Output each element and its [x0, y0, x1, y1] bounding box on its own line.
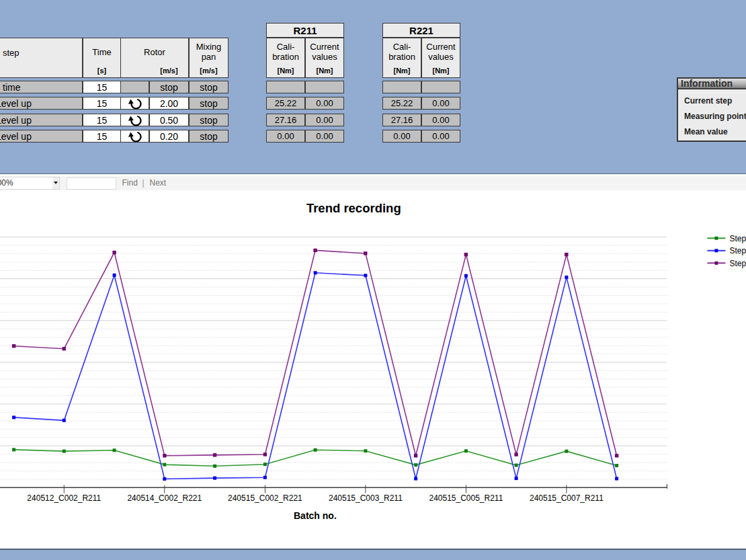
svg-text:240515_C005_R211: 240515_C005_R211	[429, 493, 503, 503]
svg-text:Batch no.: Batch no.	[294, 510, 337, 521]
svg-text:240512_C002_R211: 240512_C002_R211	[27, 493, 101, 503]
svg-text:240515_C007_R211: 240515_C007_R211	[530, 493, 604, 503]
svg-text:Step 5: Step 5	[729, 234, 746, 243]
svg-text:Step 7: Step 7	[729, 259, 746, 268]
svg-text:Trend recording: Trend recording	[306, 201, 401, 215]
svg-text:240514_C002_R221: 240514_C002_R221	[127, 493, 202, 503]
svg-text:240515_C003_R211: 240515_C003_R211	[329, 493, 403, 503]
svg-text:240515_C002_R221: 240515_C002_R221	[228, 493, 302, 503]
svg-text:Step 6: Step 6	[729, 246, 746, 255]
